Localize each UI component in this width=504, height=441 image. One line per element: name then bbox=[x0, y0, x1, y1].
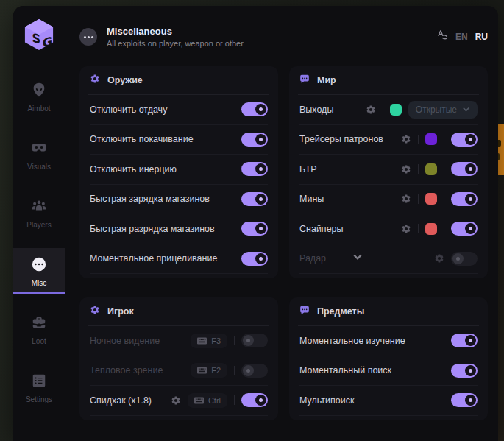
row-mines: Мины bbox=[299, 185, 478, 215]
row-bullet-tracers: Трейсеры патронов bbox=[299, 125, 478, 155]
toggle-mines[interactable] bbox=[451, 192, 478, 206]
sidebar-item-label: Players bbox=[26, 221, 51, 229]
row-speedhack: Спидхак (x1.8) Ctrl bbox=[90, 386, 268, 416]
section-title: Предметы bbox=[317, 306, 364, 317]
gear-icon[interactable] bbox=[401, 224, 411, 234]
toggle-btr[interactable] bbox=[451, 162, 478, 176]
toggle-night-vision[interactable] bbox=[241, 334, 268, 347]
toggle-no-recoil[interactable] bbox=[241, 102, 268, 116]
keyboard-icon bbox=[194, 397, 204, 404]
lang-toggle-ru[interactable]: RU bbox=[475, 32, 488, 42]
toggle-no-inertia[interactable] bbox=[241, 162, 268, 176]
row-instant-examine: Моментальное изучение bbox=[299, 326, 478, 356]
main-area: Miscellaneous All exploits on player, we… bbox=[65, 6, 498, 441]
toggle-thermal-vision[interactable] bbox=[241, 364, 268, 378]
keyboard-icon bbox=[197, 337, 207, 345]
row-exits: Выходы Открытые bbox=[299, 95, 478, 125]
sidebar: S G Aimbot Visuals Players bbox=[13, 6, 65, 441]
lang-toggle-en[interactable]: EN bbox=[455, 32, 468, 42]
row-no-inertia: Отключить инерцию bbox=[90, 155, 268, 185]
section-title: Мир bbox=[317, 75, 336, 85]
row-fast-unload-mags: Быстрая разрядка магазинов bbox=[90, 214, 268, 244]
keyboard-icon bbox=[197, 367, 207, 374]
vr-goggles-icon bbox=[31, 140, 47, 158]
page-title: Miscellaneous bbox=[107, 26, 244, 37]
sidebar-item-loot[interactable]: Loot bbox=[13, 306, 65, 353]
toggle-instant-search[interactable] bbox=[451, 364, 478, 378]
section-weapon: Оружие Отключить отдачу Отключить покачи… bbox=[79, 66, 278, 278]
sidebar-item-label: Visuals bbox=[27, 163, 51, 171]
row-instant-search: Моментальный поиск bbox=[299, 356, 478, 387]
row-fast-load-mags: Быстрая зарядка магазинов bbox=[90, 185, 268, 215]
section-world: Мир Выходы Открытые bbox=[289, 66, 488, 278]
color-swatch[interactable] bbox=[390, 104, 402, 116]
row-night-vision: Ночное видение F3 bbox=[90, 326, 268, 356]
row-radar: Радар bbox=[299, 244, 478, 275]
sidebar-item-label: Aimbot bbox=[27, 105, 50, 113]
section-title: Оружие bbox=[107, 75, 143, 85]
translate-icon bbox=[435, 29, 448, 45]
row-snipers: Снайперы bbox=[299, 214, 478, 244]
sidebar-item-misc[interactable]: Misc bbox=[13, 248, 65, 294]
toggle-snipers[interactable] bbox=[451, 222, 478, 236]
sidebar-item-aimbot[interactable]: Aimbot bbox=[13, 74, 65, 120]
toggle-fast-unload-mags[interactable] bbox=[241, 222, 268, 236]
row-instant-ads: Моментальное прицеливание bbox=[90, 244, 268, 275]
page-subtitle: All exploits on player, weapon or other bbox=[107, 39, 244, 48]
color-swatch[interactable] bbox=[425, 193, 437, 205]
toggle-no-sway[interactable] bbox=[241, 133, 268, 147]
toggle-instant-examine[interactable] bbox=[451, 334, 478, 347]
gear-icon[interactable] bbox=[171, 395, 181, 406]
page-ellipsis-avatar-icon bbox=[79, 28, 97, 46]
chat-dots-icon bbox=[299, 74, 310, 87]
sidebar-item-label: Loot bbox=[32, 337, 46, 345]
section-items: Предметы Моментальное изучение Моменталь… bbox=[289, 297, 488, 420]
hotkey-badge[interactable]: F3 bbox=[191, 334, 227, 348]
row-btr: БТР bbox=[299, 155, 478, 185]
gear-icon bbox=[90, 305, 100, 318]
gear-icon[interactable] bbox=[366, 105, 376, 115]
chat-dots-icon bbox=[299, 305, 310, 318]
hotkey-badge[interactable]: Ctrl bbox=[188, 393, 227, 408]
row-no-sway: Отключить покачивание bbox=[90, 125, 268, 155]
toggle-instant-ads[interactable] bbox=[241, 252, 268, 266]
gear-icon[interactable] bbox=[401, 164, 411, 174]
section-title: Игрок bbox=[107, 306, 134, 317]
exits-dropdown[interactable]: Открытые bbox=[408, 101, 478, 119]
list-icon bbox=[31, 373, 47, 390]
toggle-bullet-tracers[interactable] bbox=[451, 133, 478, 147]
sidebar-item-label: Misc bbox=[32, 279, 47, 287]
sidebar-item-settings[interactable]: Settings bbox=[13, 364, 65, 411]
gear-icon[interactable] bbox=[434, 253, 444, 264]
toggle-fast-load-mags[interactable] bbox=[241, 192, 268, 206]
toggle-multi-search[interactable] bbox=[451, 393, 478, 407]
row-multi-search: Мультипоиск bbox=[299, 386, 478, 416]
color-swatch[interactable] bbox=[425, 223, 437, 235]
color-swatch[interactable] bbox=[425, 133, 437, 145]
gear-icon[interactable] bbox=[401, 194, 411, 204]
section-player: Игрок Ночное видение F3 bbox=[79, 297, 278, 420]
hotkey-badge[interactable]: F2 bbox=[191, 363, 227, 378]
chevron-down-icon[interactable] bbox=[352, 252, 382, 265]
app-logo-cube-icon: S G bbox=[24, 18, 54, 52]
chevron-down-icon bbox=[462, 105, 470, 113]
cheat-menu-window: S G Aimbot Visuals Players bbox=[13, 6, 498, 441]
page-header: Miscellaneous All exploits on player, we… bbox=[79, 6, 488, 66]
sidebar-item-visuals[interactable]: Visuals bbox=[13, 132, 65, 178]
svg-text:S: S bbox=[32, 31, 40, 47]
row-no-recoil: Отключить отдачу bbox=[90, 95, 268, 125]
gear-icon bbox=[90, 74, 100, 87]
alien-icon bbox=[31, 82, 47, 99]
color-swatch[interactable] bbox=[425, 163, 437, 175]
ellipsis-icon bbox=[31, 256, 47, 274]
gear-icon[interactable] bbox=[401, 134, 411, 144]
toggle-speedhack[interactable] bbox=[241, 393, 268, 407]
players-icon bbox=[31, 198, 47, 216]
row-thermal-vision: Тепловое зрение F2 bbox=[90, 356, 268, 387]
svg-text:G: G bbox=[43, 34, 52, 50]
briefcase-icon bbox=[31, 314, 47, 332]
sidebar-item-label: Settings bbox=[26, 395, 52, 403]
toggle-radar[interactable] bbox=[451, 252, 478, 266]
sidebar-item-players[interactable]: Players bbox=[13, 190, 65, 236]
